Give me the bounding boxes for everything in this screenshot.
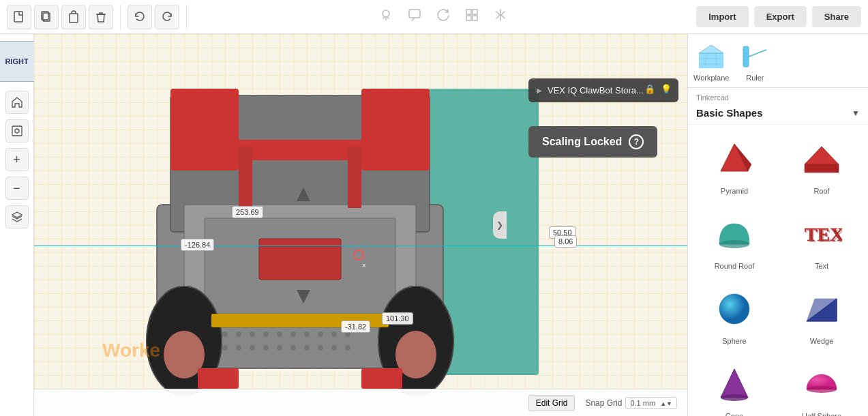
panel-scroll-toggle[interactable]: ❯ <box>493 211 507 239</box>
import-button[interactable]: Import <box>696 6 748 27</box>
shape-library: Tinkercad Basic Shapes ▼ Pyramid <box>688 88 868 416</box>
workplane-icon <box>695 40 727 71</box>
snap-value[interactable]: 0.1 mm ▲▼ <box>625 397 677 409</box>
lib-dropdown-arrow[interactable]: ▼ <box>852 108 860 118</box>
workplane-tool[interactable]: Workplane <box>693 40 729 82</box>
tree-expand-arrow[interactable]: ▶ <box>537 87 542 94</box>
zoom-in-button[interactable]: + <box>5 148 29 171</box>
edit-grid-button[interactable]: Edit Grid <box>528 395 575 411</box>
pyramid-label: Pyramid <box>721 187 748 195</box>
grid-view-icon[interactable] <box>464 8 479 26</box>
text-label: Text <box>815 262 828 270</box>
main-area: RIGHT + − <box>0 34 868 416</box>
bottom-bar: Edit Grid Snap Grid 0.1 mm ▲▼ <box>34 389 687 416</box>
canvas-area[interactable]: Worke 253.69 -126.84 50.50 8.06 -31.82 1… <box>34 34 687 416</box>
shape-text[interactable]: TEXT TEXT Text <box>779 203 865 277</box>
half-sphere-thumb <box>798 360 845 408</box>
close-button[interactable]: × <box>358 259 370 271</box>
copy-button[interactable] <box>34 5 59 29</box>
rotate-icon[interactable] <box>436 8 451 26</box>
lock-icon[interactable]: 🔒 <box>644 84 655 94</box>
home-view-button[interactable] <box>5 91 29 114</box>
svg-point-42 <box>222 345 228 351</box>
snap-arrows[interactable]: ▲▼ <box>660 400 672 407</box>
ruler-tool[interactable]: Ruler <box>739 40 770 82</box>
ruler-icon <box>739 40 770 71</box>
frame-button[interactable] <box>5 119 29 143</box>
paste-button[interactable] <box>61 5 86 29</box>
snap-label: Snap Grid <box>585 398 622 408</box>
round-roof-label: Round Roof <box>715 262 755 270</box>
lib-title-row: Basic Shapes ▼ <box>688 104 868 125</box>
svg-point-34 <box>250 331 255 337</box>
shape-roof[interactable]: Roof <box>779 128 865 202</box>
shape-cone[interactable]: Cone <box>691 353 777 416</box>
svg-point-45 <box>263 345 269 351</box>
layers-button[interactable] <box>5 205 29 228</box>
svg-rect-0 <box>14 12 23 22</box>
half-sphere-label: Half Sphere <box>802 412 841 416</box>
delete-button[interactable] <box>89 5 113 29</box>
light-icon[interactable] <box>378 8 393 26</box>
svg-point-47 <box>290 345 296 351</box>
comment-icon[interactable] <box>407 8 422 26</box>
help-icon[interactable]: ? <box>629 134 644 149</box>
svg-point-38 <box>304 331 310 337</box>
svg-rect-24 <box>198 368 239 389</box>
svg-rect-25 <box>361 368 402 389</box>
shape-pyramid[interactable]: Pyramid <box>691 128 777 202</box>
shape-half-sphere[interactable]: Half Sphere <box>779 353 865 416</box>
export-button[interactable]: Export <box>754 6 807 27</box>
svg-rect-27 <box>211 314 389 327</box>
scaling-locked-tooltip: Scaling Locked ? <box>528 126 657 158</box>
svg-point-51 <box>345 345 350 351</box>
svg-rect-52 <box>699 53 723 68</box>
svg-point-75 <box>721 394 748 401</box>
shape-round-roof[interactable]: Round Roof <box>691 203 777 277</box>
ruler-label: Ruler <box>746 74 764 82</box>
svg-rect-30 <box>348 147 361 208</box>
object-tree-header: ▶ VEX IQ ClawBot Stora... 🔒 💡 <box>528 78 678 102</box>
svg-point-11 <box>15 129 19 133</box>
cone-label: Cone <box>725 412 743 416</box>
right-top-tools: Workplane Ruler <box>688 34 868 88</box>
wedge-thumb <box>798 285 845 333</box>
cone-thumb <box>710 360 758 408</box>
svg-rect-17 <box>191 140 409 160</box>
shapes-grid: Pyramid Roof <box>688 125 868 416</box>
pyramid-thumb <box>710 135 758 183</box>
lib-title: Basic Shapes <box>696 107 848 119</box>
svg-point-41 <box>345 331 350 337</box>
wedge-label: Wedge <box>810 337 834 345</box>
svg-rect-6 <box>466 10 471 14</box>
shape-sphere[interactable]: Sphere <box>691 278 777 352</box>
roof-label: Roof <box>813 187 829 195</box>
svg-point-40 <box>331 331 337 337</box>
zoom-out-button[interactable]: − <box>5 177 29 200</box>
svg-point-4 <box>383 10 389 17</box>
svg-rect-26 <box>259 239 341 280</box>
view-cube[interactable]: RIGHT <box>0 41 38 82</box>
svg-rect-67 <box>805 164 839 173</box>
svg-marker-73 <box>807 299 837 321</box>
svg-point-76 <box>807 386 837 393</box>
left-sidebar: RIGHT + − <box>0 34 34 416</box>
share-button[interactable]: Share <box>812 6 861 27</box>
mirror-icon[interactable] <box>493 8 508 26</box>
snap-grid-control: Snap Grid 0.1 mm ▲▼ <box>585 397 677 409</box>
svg-text:TEXT: TEXT <box>806 225 842 246</box>
lib-header: Tinkercad <box>688 88 868 104</box>
new-button[interactable] <box>7 5 31 29</box>
svg-rect-5 <box>409 10 420 18</box>
svg-point-71 <box>719 294 749 324</box>
workplane-label: Workplane <box>693 74 729 82</box>
eye-icon[interactable]: 💡 <box>661 84 672 94</box>
file-tools <box>7 5 121 29</box>
shape-wedge[interactable]: Wedge <box>779 278 865 352</box>
redo-button[interactable] <box>155 5 179 29</box>
undo-button[interactable] <box>128 5 152 29</box>
history-tools <box>128 5 187 29</box>
svg-point-39 <box>318 331 323 337</box>
object-tree-popup: ▶ VEX IQ ClawBot Stora... 🔒 💡 <box>528 78 678 102</box>
svg-point-33 <box>236 331 241 337</box>
